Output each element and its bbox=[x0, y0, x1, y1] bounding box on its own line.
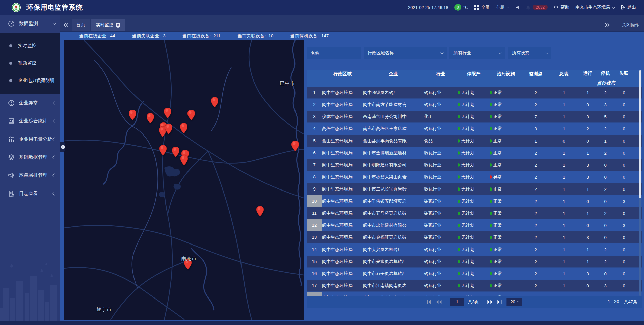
status-dot-icon bbox=[490, 91, 492, 94]
cell-run: 1 bbox=[578, 259, 597, 264]
col-company: 企业 bbox=[363, 71, 424, 77]
cell-stop: 无计划 bbox=[458, 102, 490, 108]
cell-stop: 无计划 bbox=[458, 210, 490, 216]
cell-company: 阆中市五马桥页岩机砖 bbox=[363, 210, 424, 216]
stat-value: 3 bbox=[163, 33, 166, 38]
cell-stop: 无计划 bbox=[458, 247, 490, 253]
map-pin[interactable] bbox=[256, 206, 264, 216]
fullscreen-button[interactable]: 全屏 bbox=[474, 4, 490, 10]
map-city-label: 南充市 bbox=[181, 255, 197, 262]
cell-total: 1 bbox=[549, 247, 578, 252]
stats-icon bbox=[8, 118, 15, 124]
row-index: 12 bbox=[307, 219, 322, 231]
table-row[interactable]: 16阆中生态环境局阆中市石子页岩机砖厂砖瓦行业无计划正常21300 bbox=[307, 268, 642, 280]
sidebar-item-0[interactable]: 数据监测 bbox=[0, 15, 60, 33]
cell-industry: 砖瓦行业 bbox=[424, 174, 458, 180]
header-datetime: 2021-02-25 17:46:18 bbox=[408, 5, 448, 10]
table-row[interactable]: 11阆中生态环境局阆中市五马桥页岩机砖砖瓦行业无计划正常21120 bbox=[307, 207, 642, 219]
industry-select[interactable]: 所有行业 bbox=[449, 47, 505, 59]
sidebar-item-5[interactable]: 应急减排管理 bbox=[0, 166, 60, 184]
cell-stop: 无计划 bbox=[458, 283, 490, 289]
next-page-button[interactable] bbox=[487, 300, 493, 304]
first-page-button[interactable] bbox=[426, 300, 432, 304]
table-row[interactable]: 6阆中生态环境局阆中市金博瑞新型墙材砖瓦行业无计划正常21120 bbox=[307, 147, 642, 159]
tabs-scroll-left-button[interactable] bbox=[60, 19, 72, 31]
map-pin[interactable] bbox=[147, 113, 154, 123]
tab-home[interactable]: 首页 bbox=[72, 19, 90, 31]
submenu-item-0[interactable]: 实时监控 bbox=[0, 37, 60, 54]
map-pin[interactable] bbox=[180, 155, 188, 165]
sidebar-item-2[interactable]: 企业综合统计 bbox=[0, 112, 60, 130]
table-row[interactable]: 9阆中生态环境局阆中市二龙长宝页岩砖砖瓦行业无计划正常21120 bbox=[307, 183, 642, 195]
logout-button[interactable]: 退出 bbox=[621, 4, 636, 10]
map-panel[interactable]: 巴中市南充市遂宁市 bbox=[64, 40, 304, 320]
close-operations-button[interactable]: 关闭操作 bbox=[622, 22, 639, 28]
bottom-strip bbox=[0, 321, 644, 325]
page-size-select[interactable]: 20 bbox=[507, 298, 522, 306]
total-records-label: 共47条 bbox=[624, 299, 637, 305]
table-row[interactable]: 10阆中生态环境局阆中千佛镇五郎垭页岩砖瓦行业无计划正常21003 bbox=[307, 195, 642, 207]
sidebar-item-6[interactable]: 日志查看 bbox=[0, 184, 60, 203]
map-pin[interactable] bbox=[129, 110, 136, 120]
layers-icon bbox=[8, 154, 15, 161]
name-search-input-box[interactable] bbox=[307, 47, 361, 59]
tabs-scroll-right-button[interactable] bbox=[602, 23, 613, 27]
weather-widget: 0 ℃ bbox=[454, 4, 468, 11]
table-row[interactable]: 1阆中生态环境局阆中强锐页岩砖厂砖瓦行业无计划正常21120 bbox=[307, 87, 642, 99]
region-select[interactable]: 行政区域名称 bbox=[364, 47, 447, 59]
table-row[interactable]: 2阆中生态环境局阆中市南方节能建材有砖瓦行业无计划正常21030 bbox=[307, 99, 642, 111]
submenu-item-1[interactable]: 视频监控 bbox=[0, 54, 60, 72]
table-row[interactable]: 5营山生态环境局营山县润丰肉食品有限食品无计划正常10010 bbox=[307, 135, 642, 147]
bell-icon bbox=[526, 5, 531, 10]
table-scrollbar[interactable] bbox=[639, 70, 641, 296]
sidebar-item-3[interactable]: 企业用电量分析 bbox=[0, 130, 60, 148]
table-row[interactable]: 15阆中生态环境局阆中市光富页岩机砖厂砖瓦行业无计划正常21120 bbox=[307, 256, 642, 268]
sidebar-collapse-handle[interactable] bbox=[60, 142, 65, 152]
prev-page-button[interactable] bbox=[436, 300, 442, 304]
table-row[interactable]: 12阆中生态环境局阆中市忠信建材有限公砖瓦行业无计划正常21003 bbox=[307, 219, 642, 231]
theme-dropdown[interactable]: 主题 bbox=[496, 4, 509, 10]
tab-realtime-monitor[interactable]: 实时监控 ✕ bbox=[91, 19, 125, 31]
table-row[interactable]: 13阆中生态环境局阆中市金福旺页岩机砖砖瓦行业无计划正常21300 bbox=[307, 231, 642, 243]
help-button[interactable]: 帮助 bbox=[554, 4, 569, 10]
map-pin[interactable] bbox=[159, 145, 167, 155]
cell-stop: 无计划 bbox=[458, 198, 490, 204]
status-dot-icon bbox=[458, 139, 460, 143]
table-row[interactable]: 18南部生态环境局南部县砚化小河有限公砖瓦行业无计划正常60060 bbox=[307, 292, 642, 296]
org-dropdown[interactable]: 南充市生态环境局 bbox=[575, 4, 614, 10]
map-pin[interactable] bbox=[164, 108, 171, 118]
submenu-item-2[interactable]: 企业电力负荷明细 bbox=[0, 72, 60, 89]
map-pin[interactable] bbox=[172, 147, 179, 157]
table-row[interactable]: 17阆中生态环境局阆中市江南镇阆南页岩砖瓦行业无计划正常21030 bbox=[307, 280, 642, 292]
tab-close-icon[interactable]: ✕ bbox=[116, 23, 120, 28]
page-number-input[interactable]: 1 bbox=[450, 298, 464, 306]
chevron-left-icon bbox=[52, 192, 56, 195]
row-index: 14 bbox=[307, 243, 322, 256]
col-industry: 行业 bbox=[424, 71, 458, 77]
table-row[interactable]: 4高坪生态环境局南充市高坪区王家店建砖瓦行业无计划正常31220 bbox=[307, 123, 642, 135]
row-index: 10 bbox=[307, 195, 322, 207]
map-pin[interactable] bbox=[211, 97, 218, 107]
map-pin[interactable] bbox=[165, 124, 172, 134]
table-row[interactable]: 8阆中生态环境局阆中市枣碧大梁山页岩砖瓦行业无计划异常21300 bbox=[307, 171, 642, 183]
table-scrollbar-thumb[interactable] bbox=[639, 70, 641, 198]
status-select[interactable]: 所有状态 bbox=[508, 47, 551, 59]
cell-lost: 0 bbox=[614, 151, 634, 156]
status-dot-icon bbox=[490, 127, 492, 130]
table-row[interactable]: 7阆中生态环境局阆中明阳建材有限公司砖瓦行业无计划正常21300 bbox=[307, 159, 642, 171]
speaker-icon[interactable] bbox=[515, 5, 520, 10]
map-pin[interactable] bbox=[291, 141, 299, 151]
map-pin[interactable] bbox=[180, 123, 187, 133]
sidebar-item-1[interactable]: 企业异常 bbox=[0, 94, 60, 112]
table-row[interactable]: 14阆中生态环境局阆中大兴页岩机砖厂砖瓦行业无计划正常21120 bbox=[307, 243, 642, 256]
name-search-input[interactable] bbox=[311, 51, 357, 56]
last-page-button[interactable] bbox=[497, 300, 503, 304]
map-pin[interactable] bbox=[187, 110, 195, 120]
table-row[interactable]: 3仪陇生态环境局西南油气田分公司川中化工无计划正常71350 bbox=[307, 111, 642, 123]
sidebar-item-4[interactable]: 基础数据管理 bbox=[0, 148, 60, 166]
megaphone-icon bbox=[8, 172, 15, 179]
total-pages-label: 共3页 bbox=[468, 299, 479, 305]
chevron-down-icon bbox=[545, 51, 548, 54]
notification-bell[interactable]: 2632 bbox=[526, 5, 548, 10]
alert-icon bbox=[8, 100, 15, 106]
